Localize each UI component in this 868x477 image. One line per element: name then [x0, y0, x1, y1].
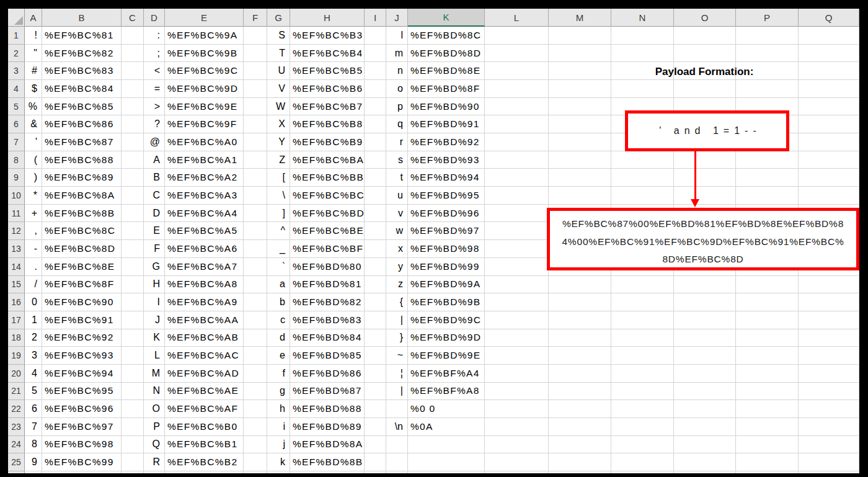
cell-C18[interactable] [122, 329, 144, 347]
cell-M23[interactable] [549, 418, 611, 436]
cell-O4[interactable] [674, 80, 736, 98]
cell-A25[interactable]: 9 [25, 453, 42, 471]
cell-Q19[interactable] [799, 347, 859, 365]
cell-A14[interactable]: . [25, 258, 42, 276]
cell-H4[interactable]: %EF%BC%B6 [290, 80, 365, 98]
column-header-P[interactable]: P [736, 9, 799, 27]
cell-F1[interactable] [244, 27, 267, 45]
cell-L17[interactable] [485, 311, 549, 329]
cell-L21[interactable] [485, 383, 549, 401]
cell-N10[interactable] [611, 187, 674, 205]
cell-K12[interactable]: %EF%BD%97 [408, 222, 485, 240]
column-header-K[interactable]: K [408, 9, 485, 27]
row-header-10[interactable]: 10 [8, 187, 25, 205]
cell-L3[interactable] [485, 62, 549, 80]
cell-F3[interactable] [244, 62, 267, 80]
cell-I4[interactable] [365, 80, 386, 98]
cell-C25[interactable] [122, 453, 144, 471]
cell-I2[interactable] [365, 45, 386, 63]
cell-K19[interactable]: %EF%BD%9E [408, 347, 485, 365]
cell-I9[interactable] [365, 169, 386, 187]
cell-I26[interactable] [365, 471, 386, 473]
cell-Q22[interactable] [799, 400, 859, 418]
cell-Q23[interactable] [799, 418, 859, 436]
cell-F16[interactable] [244, 293, 267, 311]
cell-H1[interactable]: %EF%BC%B3 [290, 27, 365, 45]
cell-B18[interactable]: %EF%BC%92 [42, 329, 122, 347]
cell-A8[interactable]: ( [25, 151, 42, 169]
cell-B19[interactable]: %EF%BC%93 [42, 347, 122, 365]
cell-L23[interactable] [485, 418, 549, 436]
cell-L5[interactable] [485, 98, 549, 116]
cell-D6[interactable]: ? [144, 115, 165, 133]
cell-H5[interactable]: %EF%BC%B7 [290, 98, 365, 116]
cell-B23[interactable]: %EF%BC%97 [42, 418, 122, 436]
row-header-21[interactable]: 21 [8, 383, 25, 401]
cell-L24[interactable] [485, 436, 549, 454]
cell-N20[interactable] [611, 365, 674, 383]
cell-B22[interactable]: %EF%BC%96 [42, 400, 122, 418]
cell-O18[interactable] [674, 329, 736, 347]
cell-B2[interactable]: %EF%BC%82 [42, 45, 122, 63]
cell-C4[interactable] [122, 80, 144, 98]
cell-O20[interactable] [674, 365, 736, 383]
cell-J13[interactable]: x [386, 240, 408, 258]
cell-N2[interactable] [611, 45, 674, 63]
cell-H3[interactable]: %EF%BC%B5 [290, 62, 365, 80]
cell-A13[interactable]: - [25, 240, 42, 258]
row-header-12[interactable]: 12 [8, 222, 25, 240]
column-header-E[interactable]: E [165, 9, 244, 27]
cell-K15[interactable]: %EF%BD%9A [408, 276, 485, 294]
cell-N15[interactable] [611, 276, 674, 294]
cell-D11[interactable]: D [144, 205, 165, 223]
cell-A7[interactable]: ' [25, 133, 42, 151]
cell-F13[interactable] [244, 240, 267, 258]
cell-E18[interactable]: %EF%BC%AB [165, 329, 244, 347]
cell-O25[interactable] [674, 453, 736, 471]
cell-A9[interactable]: ) [25, 169, 42, 187]
cell-J7[interactable]: r [386, 133, 408, 151]
cell-I15[interactable] [365, 276, 386, 294]
cell-F2[interactable] [244, 45, 267, 63]
cell-D4[interactable]: = [144, 80, 165, 98]
cell-A12[interactable]: , [25, 222, 42, 240]
cell-G11[interactable]: ] [267, 205, 290, 223]
column-header-Q[interactable]: Q [799, 9, 859, 27]
cell-D17[interactable]: J [144, 311, 165, 329]
cell-B9[interactable]: %EF%BC%89 [42, 169, 122, 187]
cell-O16[interactable] [674, 293, 736, 311]
cell-I10[interactable] [365, 187, 386, 205]
cell-A11[interactable]: + [25, 205, 42, 223]
cell-G6[interactable]: X [267, 115, 290, 133]
cell-L20[interactable] [485, 365, 549, 383]
cell-A5[interactable]: % [25, 98, 42, 116]
cell-L14[interactable] [485, 258, 549, 276]
row-header-8[interactable]: 8 [8, 151, 25, 169]
row-header-2[interactable]: 2 [8, 45, 25, 63]
cell-I14[interactable] [365, 258, 386, 276]
cell-O19[interactable] [674, 347, 736, 365]
cell-B17[interactable]: %EF%BC%91 [42, 311, 122, 329]
cell-F6[interactable] [244, 115, 267, 133]
cell-K17[interactable]: %EF%BD%9C [408, 311, 485, 329]
cell-H24[interactable]: %EF%BD%8A [290, 436, 365, 454]
cell-Q1[interactable] [799, 27, 859, 45]
cell-L25[interactable] [485, 453, 549, 471]
cell-C23[interactable] [122, 418, 144, 436]
cell-G26[interactable] [267, 471, 290, 473]
cell-P16[interactable] [736, 293, 799, 311]
cell-O26[interactable] [674, 471, 736, 473]
cell-D5[interactable]: > [144, 98, 165, 116]
row-header-4[interactable]: 4 [8, 80, 25, 98]
cell-P18[interactable] [736, 329, 799, 347]
cell-H16[interactable]: %EF%BD%82 [290, 293, 365, 311]
cell-N23[interactable] [611, 418, 674, 436]
cell-L9[interactable] [485, 169, 549, 187]
cell-K10[interactable]: %EF%BD%95 [408, 187, 485, 205]
cell-N1[interactable] [611, 27, 674, 45]
cell-A21[interactable]: 5 [25, 383, 42, 401]
cell-E25[interactable]: %EF%BC%B2 [165, 453, 244, 471]
row-header-15[interactable]: 15 [8, 276, 25, 294]
cell-K22[interactable]: %0 0 [408, 400, 485, 418]
cell-D8[interactable]: A [144, 151, 165, 169]
